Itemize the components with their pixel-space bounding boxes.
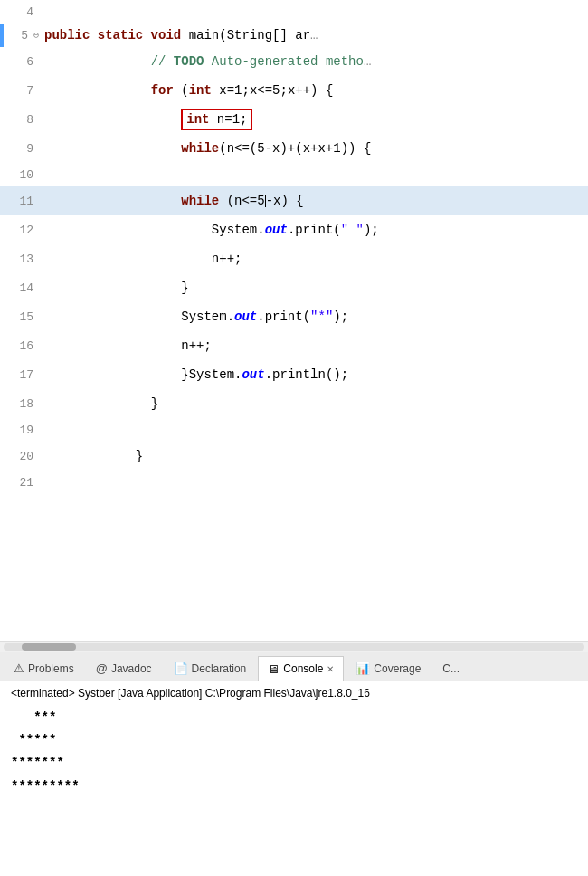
code-content-11: while (n<=5-x) { <box>41 186 588 215</box>
output-line-2: ***** <box>11 729 577 752</box>
code-editor[interactable]: 4 5 ⊖ public static void main(String[] a… <box>0 0 588 652</box>
coverage-icon: 📊 <box>356 662 370 675</box>
tab-declaration-label: Declaration <box>192 662 247 675</box>
code-line-4: 4 <box>0 0 588 24</box>
code-content-14: } <box>41 273 588 302</box>
tab-console[interactable]: 🖥 Console ✕ <box>258 656 344 681</box>
line-number-6: 6 <box>0 55 41 69</box>
code-content-16: n++; <box>41 331 588 360</box>
line-number-17: 17 <box>0 368 41 382</box>
scroll-track <box>4 643 584 651</box>
tab-problems-label: Problems <box>28 662 74 675</box>
code-line-6: 6 // TODO Auto-generated metho… <box>0 47 588 76</box>
code-content-7: for (int x=1;x<=5;x++) { <box>41 76 588 105</box>
tab-coverage[interactable]: 📊 Coverage <box>346 655 431 681</box>
tab-more[interactable]: C... <box>432 655 469 681</box>
scroll-thumb[interactable] <box>22 643 76 651</box>
code-content-12: System.out.print(" "); <box>41 215 588 244</box>
code-line-12: 12 System.out.print(" "); <box>0 215 588 244</box>
bottom-panel: ⚠ Problems @ Javadoc 📄 Declaration 🖥 Con… <box>0 652 588 876</box>
line-number-21: 21 <box>0 476 41 490</box>
line-number-20: 20 <box>0 450 41 463</box>
highlighted-declaration: int n=1; <box>181 109 252 130</box>
line-number-8: 8 <box>0 113 41 127</box>
line-number-16: 16 <box>0 339 41 353</box>
code-line-10: 10 <box>0 163 588 186</box>
tab-problems[interactable]: ⚠ Problems <box>4 655 84 681</box>
code-line-19: 19 <box>0 418 588 442</box>
tab-more-label: C... <box>442 662 460 675</box>
tab-javadoc[interactable]: @ Javadoc <box>86 655 162 681</box>
code-line-20: 20 } <box>0 442 588 471</box>
line-number-19: 19 <box>0 424 41 437</box>
line-number-7: 7 <box>0 84 41 98</box>
console-output-area[interactable]: <terminated> Systoer [Java Application] … <box>0 681 588 876</box>
console-icon: 🖥 <box>268 662 280 676</box>
declaration-icon: 📄 <box>174 662 188 675</box>
tab-console-label: Console <box>283 662 323 675</box>
line-number-13: 13 <box>0 252 41 266</box>
code-content-8: int n=1; <box>41 105 588 134</box>
code-line-17: 17 }System.out.println(); <box>0 360 588 389</box>
output-line-1: *** <box>11 707 577 729</box>
code-line-8: 8 int n=1; <box>0 105 588 134</box>
code-line-18: 18 } <box>0 389 588 418</box>
console-close-icon[interactable]: ✕ <box>327 664 334 674</box>
line-number-15: 15 <box>0 310 41 324</box>
code-line-16: 16 n++; <box>0 331 588 360</box>
problems-icon: ⚠ <box>14 662 24 675</box>
code-content-17: }System.out.println(); <box>41 360 588 389</box>
output-line-4: ********* <box>11 776 577 798</box>
tab-declaration[interactable]: 📄 Declaration <box>164 655 257 681</box>
code-content-18: } <box>41 389 588 418</box>
tabs-bar: ⚠ Problems @ Javadoc 📄 Declaration 🖥 Con… <box>0 652 588 681</box>
code-content-5: public static void main(String[] ar… <box>41 28 588 43</box>
line-number-4: 4 <box>0 5 41 19</box>
line-number-5: 5 ⊖ <box>0 29 41 43</box>
console-header: <terminated> Systoer [Java Application] … <box>11 687 577 700</box>
line-number-10: 10 <box>0 168 41 182</box>
tab-javadoc-label: Javadoc <box>111 662 152 675</box>
code-line-14: 14 } <box>0 273 588 302</box>
line-number-14: 14 <box>0 281 41 295</box>
line-number-11: 11 <box>0 195 41 208</box>
code-content-15: System.out.print("*"); <box>41 302 588 331</box>
code-line-11: 11 while (n<=5-x) { <box>0 186 588 215</box>
code-content-6: // TODO Auto-generated metho… <box>41 47 588 76</box>
line-number-18: 18 <box>0 397 41 411</box>
horizontal-scrollbar[interactable] <box>0 641 588 652</box>
line-number-12: 12 <box>0 224 41 237</box>
code-content-20: } <box>41 442 588 471</box>
tab-coverage-label: Coverage <box>374 662 421 675</box>
line-number-9: 9 <box>0 142 41 156</box>
code-content-9: while(n<=(5-x)+(x+x+1)) { <box>41 134 588 163</box>
code-content-13: n++; <box>41 244 588 273</box>
javadoc-icon: @ <box>96 662 108 675</box>
code-line-15: 15 System.out.print("*"); <box>0 302 588 331</box>
code-line-21: 21 <box>0 471 588 494</box>
code-line-9: 9 while(n<=(5-x)+(x+x+1)) { <box>0 134 588 163</box>
code-line-13: 13 n++; <box>0 244 588 273</box>
console-output: *** ***** ******* ********* <box>11 707 577 798</box>
output-line-3: ******* <box>11 752 577 775</box>
code-line-5: 5 ⊖ public static void main(String[] ar… <box>0 24 588 47</box>
code-lines: 4 5 ⊖ public static void main(String[] a… <box>0 0 588 641</box>
code-line-7: 7 for (int x=1;x<=5;x++) { <box>0 76 588 105</box>
